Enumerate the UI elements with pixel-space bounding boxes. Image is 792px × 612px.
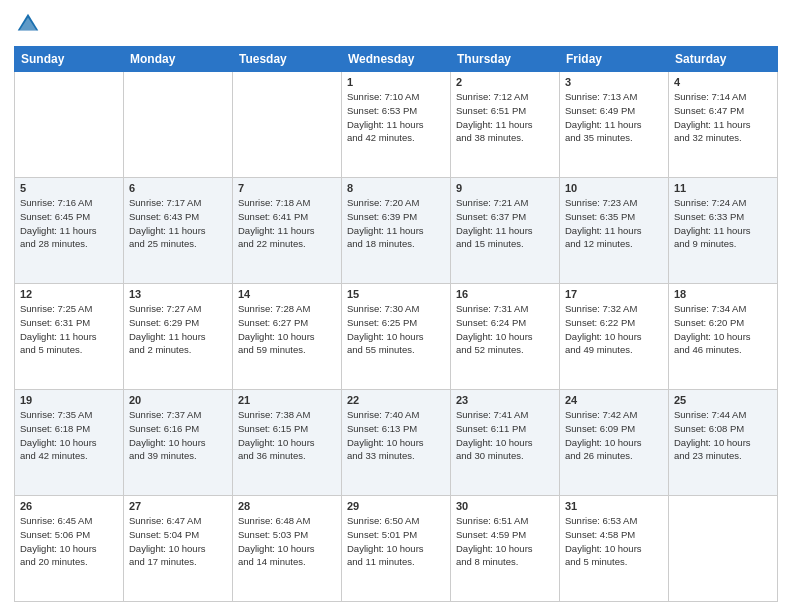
week-row-5: 26Sunrise: 6:45 AM Sunset: 5:06 PM Dayli…: [15, 496, 778, 602]
day-info: Sunrise: 7:24 AM Sunset: 6:33 PM Dayligh…: [674, 196, 772, 251]
day-info: Sunrise: 7:32 AM Sunset: 6:22 PM Dayligh…: [565, 302, 663, 357]
day-cell: 26Sunrise: 6:45 AM Sunset: 5:06 PM Dayli…: [15, 496, 124, 602]
day-number: 29: [347, 500, 445, 512]
day-number: 27: [129, 500, 227, 512]
day-info: Sunrise: 7:25 AM Sunset: 6:31 PM Dayligh…: [20, 302, 118, 357]
day-cell: 4Sunrise: 7:14 AM Sunset: 6:47 PM Daylig…: [669, 72, 778, 178]
day-cell: 25Sunrise: 7:44 AM Sunset: 6:08 PM Dayli…: [669, 390, 778, 496]
day-number: 9: [456, 182, 554, 194]
day-number: 24: [565, 394, 663, 406]
week-row-3: 12Sunrise: 7:25 AM Sunset: 6:31 PM Dayli…: [15, 284, 778, 390]
day-info: Sunrise: 7:42 AM Sunset: 6:09 PM Dayligh…: [565, 408, 663, 463]
day-cell: 30Sunrise: 6:51 AM Sunset: 4:59 PM Dayli…: [451, 496, 560, 602]
day-cell: 29Sunrise: 6:50 AM Sunset: 5:01 PM Dayli…: [342, 496, 451, 602]
day-number: 3: [565, 76, 663, 88]
day-cell: 22Sunrise: 7:40 AM Sunset: 6:13 PM Dayli…: [342, 390, 451, 496]
logo: [14, 10, 46, 38]
day-cell: 15Sunrise: 7:30 AM Sunset: 6:25 PM Dayli…: [342, 284, 451, 390]
day-cell: 6Sunrise: 7:17 AM Sunset: 6:43 PM Daylig…: [124, 178, 233, 284]
calendar-table: SundayMondayTuesdayWednesdayThursdayFrid…: [14, 46, 778, 602]
day-info: Sunrise: 7:44 AM Sunset: 6:08 PM Dayligh…: [674, 408, 772, 463]
day-cell: 28Sunrise: 6:48 AM Sunset: 5:03 PM Dayli…: [233, 496, 342, 602]
day-info: Sunrise: 7:41 AM Sunset: 6:11 PM Dayligh…: [456, 408, 554, 463]
day-number: 2: [456, 76, 554, 88]
day-cell: 21Sunrise: 7:38 AM Sunset: 6:15 PM Dayli…: [233, 390, 342, 496]
day-number: 18: [674, 288, 772, 300]
day-cell: 14Sunrise: 7:28 AM Sunset: 6:27 PM Dayli…: [233, 284, 342, 390]
day-cell: 20Sunrise: 7:37 AM Sunset: 6:16 PM Dayli…: [124, 390, 233, 496]
day-cell: 9Sunrise: 7:21 AM Sunset: 6:37 PM Daylig…: [451, 178, 560, 284]
day-cell: [124, 72, 233, 178]
day-number: 30: [456, 500, 554, 512]
day-number: 26: [20, 500, 118, 512]
weekday-header-sunday: Sunday: [15, 47, 124, 72]
day-info: Sunrise: 7:10 AM Sunset: 6:53 PM Dayligh…: [347, 90, 445, 145]
day-cell: 24Sunrise: 7:42 AM Sunset: 6:09 PM Dayli…: [560, 390, 669, 496]
day-number: 11: [674, 182, 772, 194]
day-number: 1: [347, 76, 445, 88]
day-cell: [15, 72, 124, 178]
day-info: Sunrise: 7:37 AM Sunset: 6:16 PM Dayligh…: [129, 408, 227, 463]
weekday-header-row: SundayMondayTuesdayWednesdayThursdayFrid…: [15, 47, 778, 72]
day-cell: 11Sunrise: 7:24 AM Sunset: 6:33 PM Dayli…: [669, 178, 778, 284]
day-number: 21: [238, 394, 336, 406]
day-cell: [669, 496, 778, 602]
day-cell: [233, 72, 342, 178]
day-cell: 5Sunrise: 7:16 AM Sunset: 6:45 PM Daylig…: [15, 178, 124, 284]
day-info: Sunrise: 7:18 AM Sunset: 6:41 PM Dayligh…: [238, 196, 336, 251]
day-cell: 16Sunrise: 7:31 AM Sunset: 6:24 PM Dayli…: [451, 284, 560, 390]
day-number: 4: [674, 76, 772, 88]
day-cell: 12Sunrise: 7:25 AM Sunset: 6:31 PM Dayli…: [15, 284, 124, 390]
day-info: Sunrise: 7:17 AM Sunset: 6:43 PM Dayligh…: [129, 196, 227, 251]
header: [14, 10, 778, 38]
day-info: Sunrise: 7:23 AM Sunset: 6:35 PM Dayligh…: [565, 196, 663, 251]
day-info: Sunrise: 6:51 AM Sunset: 4:59 PM Dayligh…: [456, 514, 554, 569]
day-info: Sunrise: 7:28 AM Sunset: 6:27 PM Dayligh…: [238, 302, 336, 357]
day-info: Sunrise: 7:16 AM Sunset: 6:45 PM Dayligh…: [20, 196, 118, 251]
day-info: Sunrise: 6:50 AM Sunset: 5:01 PM Dayligh…: [347, 514, 445, 569]
week-row-2: 5Sunrise: 7:16 AM Sunset: 6:45 PM Daylig…: [15, 178, 778, 284]
day-cell: 31Sunrise: 6:53 AM Sunset: 4:58 PM Dayli…: [560, 496, 669, 602]
day-info: Sunrise: 7:14 AM Sunset: 6:47 PM Dayligh…: [674, 90, 772, 145]
day-cell: 19Sunrise: 7:35 AM Sunset: 6:18 PM Dayli…: [15, 390, 124, 496]
day-number: 16: [456, 288, 554, 300]
calendar-page: SundayMondayTuesdayWednesdayThursdayFrid…: [0, 0, 792, 612]
week-row-4: 19Sunrise: 7:35 AM Sunset: 6:18 PM Dayli…: [15, 390, 778, 496]
day-info: Sunrise: 6:48 AM Sunset: 5:03 PM Dayligh…: [238, 514, 336, 569]
day-info: Sunrise: 7:12 AM Sunset: 6:51 PM Dayligh…: [456, 90, 554, 145]
day-cell: 8Sunrise: 7:20 AM Sunset: 6:39 PM Daylig…: [342, 178, 451, 284]
day-number: 17: [565, 288, 663, 300]
day-info: Sunrise: 6:45 AM Sunset: 5:06 PM Dayligh…: [20, 514, 118, 569]
day-number: 20: [129, 394, 227, 406]
day-info: Sunrise: 7:27 AM Sunset: 6:29 PM Dayligh…: [129, 302, 227, 357]
week-row-1: 1Sunrise: 7:10 AM Sunset: 6:53 PM Daylig…: [15, 72, 778, 178]
day-cell: 13Sunrise: 7:27 AM Sunset: 6:29 PM Dayli…: [124, 284, 233, 390]
day-info: Sunrise: 7:34 AM Sunset: 6:20 PM Dayligh…: [674, 302, 772, 357]
day-info: Sunrise: 7:40 AM Sunset: 6:13 PM Dayligh…: [347, 408, 445, 463]
day-info: Sunrise: 7:20 AM Sunset: 6:39 PM Dayligh…: [347, 196, 445, 251]
day-cell: 7Sunrise: 7:18 AM Sunset: 6:41 PM Daylig…: [233, 178, 342, 284]
day-cell: 2Sunrise: 7:12 AM Sunset: 6:51 PM Daylig…: [451, 72, 560, 178]
day-number: 5: [20, 182, 118, 194]
day-info: Sunrise: 6:53 AM Sunset: 4:58 PM Dayligh…: [565, 514, 663, 569]
day-info: Sunrise: 7:13 AM Sunset: 6:49 PM Dayligh…: [565, 90, 663, 145]
weekday-header-monday: Monday: [124, 47, 233, 72]
day-number: 13: [129, 288, 227, 300]
day-number: 10: [565, 182, 663, 194]
day-info: Sunrise: 7:31 AM Sunset: 6:24 PM Dayligh…: [456, 302, 554, 357]
day-cell: 17Sunrise: 7:32 AM Sunset: 6:22 PM Dayli…: [560, 284, 669, 390]
day-cell: 10Sunrise: 7:23 AM Sunset: 6:35 PM Dayli…: [560, 178, 669, 284]
day-info: Sunrise: 7:35 AM Sunset: 6:18 PM Dayligh…: [20, 408, 118, 463]
day-number: 22: [347, 394, 445, 406]
day-info: Sunrise: 7:30 AM Sunset: 6:25 PM Dayligh…: [347, 302, 445, 357]
day-number: 6: [129, 182, 227, 194]
day-info: Sunrise: 7:21 AM Sunset: 6:37 PM Dayligh…: [456, 196, 554, 251]
weekday-header-friday: Friday: [560, 47, 669, 72]
weekday-header-saturday: Saturday: [669, 47, 778, 72]
day-number: 15: [347, 288, 445, 300]
day-cell: 18Sunrise: 7:34 AM Sunset: 6:20 PM Dayli…: [669, 284, 778, 390]
day-number: 31: [565, 500, 663, 512]
day-cell: 27Sunrise: 6:47 AM Sunset: 5:04 PM Dayli…: [124, 496, 233, 602]
day-number: 12: [20, 288, 118, 300]
day-number: 19: [20, 394, 118, 406]
